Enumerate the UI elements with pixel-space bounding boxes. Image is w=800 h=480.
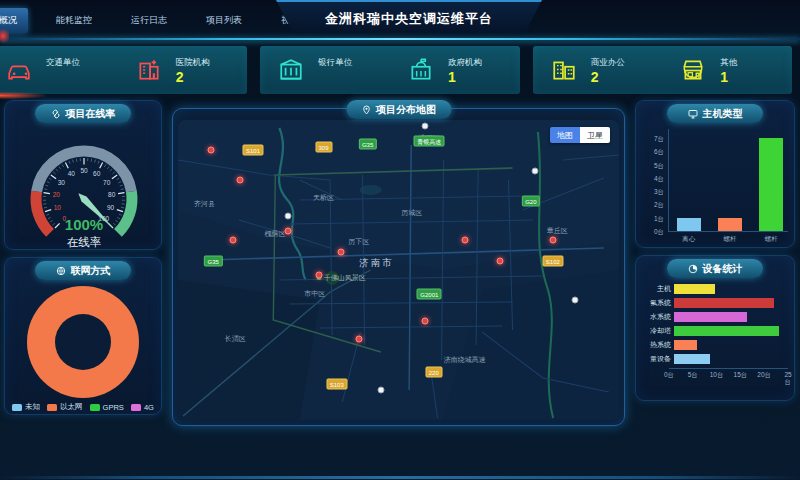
x-axis-tick: 20台 bbox=[757, 371, 771, 380]
stat-text: 政府机构1 bbox=[448, 57, 482, 83]
bar-track bbox=[674, 298, 788, 308]
stat-text: 银行单位 bbox=[318, 57, 352, 83]
legend-item[interactable]: 未知 bbox=[12, 402, 40, 412]
project-marker[interactable] bbox=[549, 237, 556, 244]
bar-row-label: 热系统 bbox=[644, 340, 674, 350]
gauge-svg: 0102030405060708090100100%在线率 bbox=[5, 123, 163, 249]
decor-red-glow bbox=[0, 27, 9, 45]
decor-red-glow bbox=[0, 92, 46, 99]
bar bbox=[677, 218, 701, 231]
map-type-button[interactable]: 卫星 bbox=[580, 127, 610, 143]
svg-text:50: 50 bbox=[80, 167, 88, 174]
poi-marker[interactable] bbox=[532, 168, 539, 175]
bar-track bbox=[674, 340, 788, 350]
x-axis-tick: 15台 bbox=[734, 371, 748, 380]
panel-map-header: 项目分布地图 bbox=[346, 100, 451, 119]
bar-row-label: 氟系统 bbox=[644, 298, 674, 308]
network-legend: 未知以太网GPRS4G bbox=[5, 402, 161, 412]
bar bbox=[674, 312, 747, 322]
stat-value bbox=[46, 71, 80, 83]
project-marker[interactable] bbox=[236, 177, 243, 184]
y-axis-line bbox=[668, 129, 669, 232]
map-canvas[interactable]: 济南市历下区历城区天桥区槐荫区市中区章丘区长清区济阳区齐河县济南绕城高速千佛山风… bbox=[178, 120, 619, 420]
svg-text:10: 10 bbox=[54, 204, 62, 211]
stat-text: 医院机构2 bbox=[176, 57, 210, 83]
road-badge: 青银高速 bbox=[414, 136, 445, 147]
stat-value: 1 bbox=[720, 71, 737, 83]
x-axis-label: 螺杆 bbox=[765, 235, 778, 244]
project-marker[interactable] bbox=[461, 237, 468, 244]
stat-item: 医院机构2 bbox=[118, 57, 248, 83]
panel-title: 项目在线率 bbox=[66, 107, 116, 121]
bar-row: 主机 bbox=[644, 284, 788, 294]
nav-tab[interactable]: 能耗监控 bbox=[45, 8, 103, 33]
project-marker[interactable] bbox=[285, 228, 292, 235]
x-axis-line bbox=[668, 231, 788, 232]
project-marker[interactable] bbox=[208, 147, 215, 154]
panel-network: 联网方式 未知以太网GPRS4G bbox=[4, 257, 162, 415]
stat-value: 2 bbox=[176, 71, 210, 83]
monitor-icon bbox=[688, 109, 698, 119]
nav-tab[interactable]: 运行日志 bbox=[120, 8, 178, 33]
gauge-label: 在线率 bbox=[67, 236, 102, 248]
project-marker[interactable] bbox=[338, 249, 345, 256]
project-marker[interactable] bbox=[230, 237, 237, 244]
stat-value: 1 bbox=[448, 71, 482, 83]
legend-label: 4G bbox=[144, 403, 154, 412]
legend-label: 以太网 bbox=[60, 402, 83, 412]
x-axis-tick: 25台 bbox=[784, 371, 791, 387]
globe-icon bbox=[56, 266, 66, 276]
bar bbox=[718, 218, 742, 231]
page-title: 金洲科瑞中央空调运维平台 bbox=[325, 10, 493, 28]
svg-text:30: 30 bbox=[58, 179, 66, 186]
topbar: 概况能耗监控运行日志项目列表视频监控 金洲科瑞中央空调运维平台 bbox=[0, 0, 800, 40]
bar-track bbox=[674, 354, 788, 364]
y-axis-tick: 1台 bbox=[644, 214, 664, 223]
legend-item[interactable]: GPRS bbox=[90, 402, 124, 412]
panel-online-rate: 项目在线率 0102030405060708090100100%在线率 bbox=[4, 100, 162, 250]
stat-item: 交通单位 bbox=[0, 57, 118, 83]
stat-label: 政府机构 bbox=[448, 57, 482, 69]
bar bbox=[674, 326, 779, 336]
svg-text:80: 80 bbox=[108, 191, 116, 198]
road-badge: 309 bbox=[315, 142, 332, 153]
poi-marker[interactable] bbox=[285, 213, 292, 220]
map-type-button[interactable]: 地图 bbox=[550, 127, 580, 143]
panel-title: 设备统计 bbox=[703, 262, 743, 276]
stat-value: 2 bbox=[591, 71, 625, 83]
stat-text: 交通单位 bbox=[46, 57, 80, 83]
panel-title: 主机类型 bbox=[703, 107, 743, 121]
map-label: 历下区 bbox=[348, 237, 369, 247]
map-label: 千佛山风景区 bbox=[317, 273, 366, 283]
project-marker[interactable] bbox=[355, 336, 362, 343]
map-label: 济南绕城高速 bbox=[444, 355, 486, 365]
legend-item[interactable]: 4G bbox=[131, 402, 154, 412]
bar-row: 热系统 bbox=[644, 340, 788, 350]
project-marker[interactable] bbox=[421, 318, 428, 325]
topbar-glow-divider bbox=[0, 38, 800, 40]
project-marker[interactable] bbox=[316, 271, 323, 278]
poi-marker[interactable] bbox=[421, 123, 428, 130]
svg-text:60: 60 bbox=[93, 170, 101, 177]
legend-item[interactable]: 以太网 bbox=[47, 402, 83, 412]
platform-title-frame: 金洲科瑞中央空调运维平台 bbox=[276, 0, 542, 36]
project-marker[interactable] bbox=[496, 258, 503, 265]
poi-marker[interactable] bbox=[377, 387, 384, 394]
y-axis-tick: 0台 bbox=[644, 228, 664, 237]
map-label: 历城区 bbox=[401, 208, 422, 218]
stat-label: 交通单位 bbox=[46, 57, 80, 69]
bar bbox=[674, 340, 697, 350]
panel-host-type-header: 主机类型 bbox=[667, 104, 763, 123]
panel-map: 项目分布地图 bbox=[172, 108, 625, 426]
stats-card: 银行单位政府机构1 bbox=[260, 46, 519, 94]
map-column: 项目分布地图 bbox=[172, 108, 625, 426]
x-axis-tick: 0台 bbox=[664, 371, 674, 380]
road-badge: G20 bbox=[522, 196, 540, 207]
poi-marker[interactable] bbox=[571, 297, 578, 304]
bar-row-label: 量设备 bbox=[644, 354, 674, 364]
stats-row: 交通单位医院机构2银行单位政府机构1商业办公2其他1 bbox=[0, 46, 792, 94]
nav-tab[interactable]: 项目列表 bbox=[195, 8, 253, 33]
hospital-icon bbox=[136, 57, 162, 83]
panel-host-type: 主机类型 0台1台2台3台4台5台6台7台离心螺杆螺杆 bbox=[635, 100, 795, 248]
bottom-glow-line bbox=[0, 476, 800, 479]
